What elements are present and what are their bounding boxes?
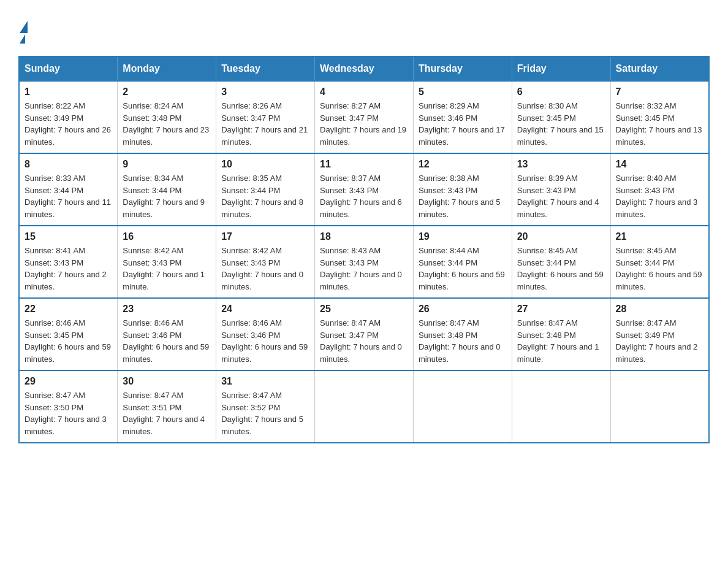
day-info: Sunrise: 8:27 AM Sunset: 3:47 PM Dayligh… xyxy=(320,100,408,148)
day-number: 4 xyxy=(320,86,408,98)
daylight: Daylight: 7 hours and 11 minutes. xyxy=(25,197,111,219)
day-info: Sunrise: 8:47 AM Sunset: 3:48 PM Dayligh… xyxy=(517,317,605,365)
day-number: 6 xyxy=(517,86,605,98)
daylight: Daylight: 7 hours and 2 minutes. xyxy=(616,342,698,364)
logo xyxy=(18,18,28,44)
sunset: Sunset: 3:46 PM xyxy=(419,113,477,123)
day-info: Sunrise: 8:42 AM Sunset: 3:43 PM Dayligh… xyxy=(221,245,309,293)
day-info: Sunrise: 8:33 AM Sunset: 3:44 PM Dayligh… xyxy=(25,172,112,220)
daylight: Daylight: 7 hours and 0 minutes. xyxy=(320,342,402,364)
sunset: Sunset: 3:48 PM xyxy=(517,331,576,340)
sunset: Sunset: 3:48 PM xyxy=(123,113,181,123)
day-number: 3 xyxy=(221,86,309,98)
day-number: 1 xyxy=(25,86,112,98)
sunset: Sunset: 3:44 PM xyxy=(419,258,477,267)
day-info: Sunrise: 8:47 AM Sunset: 3:52 PM Dayligh… xyxy=(221,389,309,437)
calendar-cell: 3 Sunrise: 8:26 AM Sunset: 3:47 PM Dayli… xyxy=(216,81,315,153)
calendar-week-4: 22 Sunrise: 8:46 AM Sunset: 3:45 PM Dayl… xyxy=(19,298,709,370)
sunset: Sunset: 3:50 PM xyxy=(25,403,83,412)
calendar-header-row: SundayMondayTuesdayWednesdayThursdayFrid… xyxy=(19,56,709,81)
calendar-cell: 8 Sunrise: 8:33 AM Sunset: 3:44 PM Dayli… xyxy=(19,153,118,226)
calendar-table: SundayMondayTuesdayWednesdayThursdayFrid… xyxy=(18,56,710,443)
calendar-cell: 10 Sunrise: 8:35 AM Sunset: 3:44 PM Dayl… xyxy=(216,153,315,226)
sunset: Sunset: 3:51 PM xyxy=(123,403,181,412)
day-number: 7 xyxy=(616,86,703,98)
day-number: 14 xyxy=(616,159,703,170)
daylight: Daylight: 7 hours and 0 minutes. xyxy=(320,270,402,291)
calendar-cell: 12 Sunrise: 8:38 AM Sunset: 3:43 PM Dayl… xyxy=(413,153,512,226)
sunrise: Sunrise: 8:43 AM xyxy=(320,246,381,255)
day-info: Sunrise: 8:44 AM Sunset: 3:44 PM Dayligh… xyxy=(419,245,507,293)
sunrise: Sunrise: 8:42 AM xyxy=(221,246,282,255)
day-info: Sunrise: 8:46 AM Sunset: 3:45 PM Dayligh… xyxy=(25,317,112,365)
day-info: Sunrise: 8:38 AM Sunset: 3:43 PM Dayligh… xyxy=(419,172,507,220)
sunrise: Sunrise: 8:37 AM xyxy=(320,174,381,183)
day-number: 21 xyxy=(616,231,703,242)
daylight: Daylight: 7 hours and 13 minutes. xyxy=(616,125,702,147)
col-header-monday: Monday xyxy=(118,56,216,81)
day-number: 25 xyxy=(320,304,408,315)
day-number: 23 xyxy=(123,304,211,315)
calendar-cell: 13 Sunrise: 8:39 AM Sunset: 3:43 PM Dayl… xyxy=(512,153,610,226)
day-info: Sunrise: 8:22 AM Sunset: 3:49 PM Dayligh… xyxy=(25,100,112,148)
daylight: Daylight: 6 hours and 59 minutes. xyxy=(517,270,604,291)
calendar-cell: 14 Sunrise: 8:40 AM Sunset: 3:43 PM Dayl… xyxy=(610,153,709,226)
sunrise: Sunrise: 8:47 AM xyxy=(419,318,479,327)
sunrise: Sunrise: 8:46 AM xyxy=(123,318,183,327)
day-info: Sunrise: 8:29 AM Sunset: 3:46 PM Dayligh… xyxy=(419,100,507,148)
day-number: 11 xyxy=(320,159,408,170)
calendar-cell: 17 Sunrise: 8:42 AM Sunset: 3:43 PM Dayl… xyxy=(216,226,315,298)
daylight: Daylight: 7 hours and 1 minute. xyxy=(123,270,205,291)
daylight: Daylight: 6 hours and 59 minutes. xyxy=(221,342,308,364)
daylight: Daylight: 7 hours and 4 minutes. xyxy=(123,415,205,436)
daylight: Daylight: 7 hours and 2 minutes. xyxy=(25,270,107,291)
daylight: Daylight: 6 hours and 59 minutes. xyxy=(616,270,702,291)
day-info: Sunrise: 8:34 AM Sunset: 3:44 PM Dayligh… xyxy=(123,172,211,220)
calendar-cell: 26 Sunrise: 8:47 AM Sunset: 3:48 PM Dayl… xyxy=(413,298,512,370)
calendar-cell: 20 Sunrise: 8:45 AM Sunset: 3:44 PM Dayl… xyxy=(512,226,610,298)
daylight: Daylight: 7 hours and 19 minutes. xyxy=(320,125,406,147)
day-info: Sunrise: 8:24 AM Sunset: 3:48 PM Dayligh… xyxy=(123,100,211,148)
sunrise: Sunrise: 8:47 AM xyxy=(221,391,282,400)
sunset: Sunset: 3:44 PM xyxy=(221,186,280,195)
day-info: Sunrise: 8:46 AM Sunset: 3:46 PM Dayligh… xyxy=(123,317,211,365)
sunrise: Sunrise: 8:47 AM xyxy=(123,391,183,400)
day-number: 12 xyxy=(419,159,507,170)
daylight: Daylight: 7 hours and 21 minutes. xyxy=(221,125,308,147)
day-info: Sunrise: 8:30 AM Sunset: 3:45 PM Dayligh… xyxy=(517,100,605,148)
sunset: Sunset: 3:47 PM xyxy=(221,113,280,123)
daylight: Daylight: 7 hours and 0 minutes. xyxy=(221,270,303,291)
sunrise: Sunrise: 8:47 AM xyxy=(517,318,578,327)
sunrise: Sunrise: 8:30 AM xyxy=(517,101,578,110)
calendar-cell: 1 Sunrise: 8:22 AM Sunset: 3:49 PM Dayli… xyxy=(19,81,118,153)
calendar-cell: 4 Sunrise: 8:27 AM Sunset: 3:47 PM Dayli… xyxy=(315,81,414,153)
daylight: Daylight: 7 hours and 4 minutes. xyxy=(517,197,599,219)
sunrise: Sunrise: 8:27 AM xyxy=(320,101,381,110)
sunset: Sunset: 3:44 PM xyxy=(616,258,675,267)
day-number: 16 xyxy=(123,231,211,242)
sunrise: Sunrise: 8:29 AM xyxy=(419,101,479,110)
sunset: Sunset: 3:49 PM xyxy=(25,113,83,123)
sunset: Sunset: 3:49 PM xyxy=(616,331,675,340)
calendar-cell: 2 Sunrise: 8:24 AM Sunset: 3:48 PM Dayli… xyxy=(118,81,216,153)
day-number: 28 xyxy=(616,304,703,315)
day-number: 15 xyxy=(25,231,112,242)
sunrise: Sunrise: 8:40 AM xyxy=(616,174,677,183)
daylight: Daylight: 7 hours and 9 minutes. xyxy=(123,197,205,219)
calendar-cell xyxy=(413,370,512,443)
day-info: Sunrise: 8:46 AM Sunset: 3:46 PM Dayligh… xyxy=(221,317,309,365)
day-number: 17 xyxy=(221,231,309,242)
day-info: Sunrise: 8:32 AM Sunset: 3:45 PM Dayligh… xyxy=(616,100,703,148)
day-number: 20 xyxy=(517,231,605,242)
calendar-cell: 23 Sunrise: 8:46 AM Sunset: 3:46 PM Dayl… xyxy=(118,298,216,370)
calendar-cell: 22 Sunrise: 8:46 AM Sunset: 3:45 PM Dayl… xyxy=(19,298,118,370)
sunset: Sunset: 3:46 PM xyxy=(123,331,181,340)
sunset: Sunset: 3:43 PM xyxy=(419,186,477,195)
day-info: Sunrise: 8:47 AM Sunset: 3:48 PM Dayligh… xyxy=(419,317,507,365)
calendar-cell: 15 Sunrise: 8:41 AM Sunset: 3:43 PM Dayl… xyxy=(19,226,118,298)
day-info: Sunrise: 8:39 AM Sunset: 3:43 PM Dayligh… xyxy=(517,172,605,220)
calendar-cell: 31 Sunrise: 8:47 AM Sunset: 3:52 PM Dayl… xyxy=(216,370,315,443)
col-header-friday: Friday xyxy=(512,56,610,81)
sunset: Sunset: 3:45 PM xyxy=(25,331,83,340)
calendar-cell: 11 Sunrise: 8:37 AM Sunset: 3:43 PM Dayl… xyxy=(315,153,414,226)
